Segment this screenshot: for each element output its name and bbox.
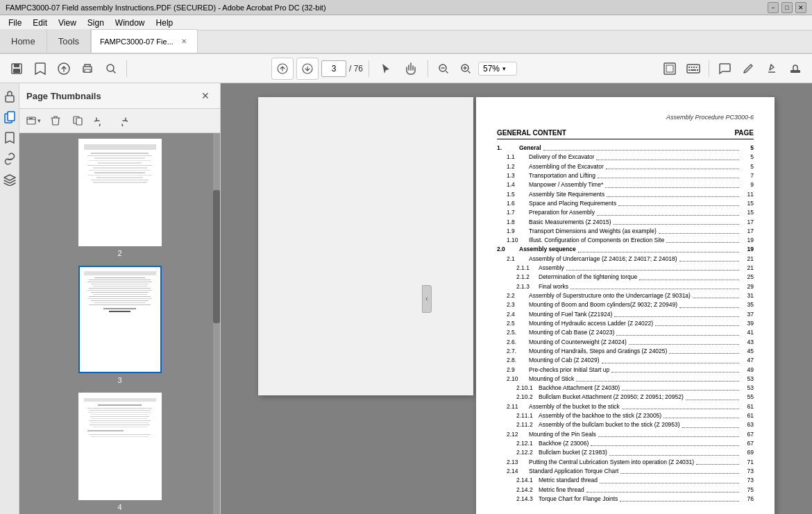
highlight-button[interactable]	[761, 58, 783, 80]
toc-num: 2.6.	[507, 338, 529, 346]
toc-num: 1.9	[507, 227, 529, 235]
nav-down-button[interactable]	[296, 58, 319, 80]
toc-label: Assembly sequence	[519, 245, 576, 253]
svg-rect-21	[790, 70, 800, 73]
toc-page: 39	[741, 319, 754, 327]
tab-tools[interactable]: Tools	[47, 29, 91, 53]
bookmark-side-icon[interactable]	[2, 130, 17, 146]
toolbar-center: / 76 57% ▾	[131, 58, 657, 80]
pdf-page-left	[258, 97, 473, 395]
save-button[interactable]	[6, 58, 28, 80]
menu-bar: File Edit View Sign Window Help	[0, 15, 812, 31]
toc-dots	[611, 372, 739, 372]
toc-row: 2.0Assembly sequence19	[497, 245, 754, 253]
layers-icon[interactable]	[2, 172, 17, 187]
toc-num: 2.12.2	[516, 448, 539, 456]
zoom-in-button[interactable]	[456, 59, 475, 78]
panel-title: Page Thumbnails	[26, 91, 101, 101]
toc-num: 2.11.1	[516, 411, 539, 420]
svg-rect-2	[13, 69, 20, 73]
toc-page: 53	[741, 384, 754, 392]
thumbnail-3[interactable]: 3	[78, 266, 162, 384]
close-window-button[interactable]: ✕	[795, 2, 806, 13]
comment-button[interactable]	[713, 58, 736, 80]
tab-home[interactable]: Home	[0, 29, 47, 53]
toc-label: Assembly	[539, 264, 564, 272]
toc-label: Delivery of the Excavator	[529, 153, 594, 161]
toc-page: 67	[741, 439, 754, 447]
toc-page: 67	[741, 430, 754, 438]
menu-edit[interactable]: Edit	[27, 17, 53, 29]
toc-label: Backhoe Attachment (Z 24030)	[539, 384, 620, 392]
panel-redo-button[interactable]	[112, 112, 132, 130]
zoom-level-display[interactable]: 57% ▾	[478, 62, 517, 76]
toc-num: 1.4	[507, 180, 529, 189]
toc-row: 1.5Assembly Site Requirements11	[497, 190, 754, 198]
upload-button[interactable]	[53, 58, 75, 80]
sidebar-icons	[0, 83, 19, 514]
tab-close-button[interactable]: ✕	[179, 37, 189, 46]
toc-dots	[620, 473, 739, 474]
panel-close-button[interactable]: ✕	[198, 89, 213, 103]
bookmark-button[interactable]	[29, 58, 51, 80]
toc-dots	[602, 363, 739, 363]
tab-document[interactable]: FAMPC3000-07 Fie... ✕	[91, 29, 198, 53]
toc-row: 1.8Basic Measurements (Z 24015)17	[497, 218, 754, 226]
pdf-viewer: Assembly Procedure PC3000-6 GENERAL CONT…	[221, 83, 812, 514]
toc-page: 25	[741, 273, 754, 281]
page-number-input[interactable]	[321, 60, 346, 77]
toc-num: 1.	[497, 144, 519, 152]
toc-label: Bullclam bucket (Z 21983)	[539, 448, 607, 456]
print-button[interactable]	[76, 58, 99, 80]
toc-label: Torque Chart for Flange Joints	[539, 495, 618, 503]
zoom-out-button[interactable]	[434, 59, 453, 78]
panel-delete-button[interactable]	[46, 112, 65, 130]
toc-page: 47	[741, 356, 754, 364]
thumbnail-4[interactable]: 4	[78, 393, 162, 511]
stamp-button[interactable]	[784, 58, 806, 80]
panel-undo-button[interactable]	[90, 112, 110, 130]
toc-row: 2.1Assembly of Undercarriage (Z 24016; Z…	[497, 255, 754, 263]
hand-tool-button[interactable]	[400, 58, 422, 80]
copy-icon[interactable]	[2, 110, 17, 125]
panel-scrollbar[interactable]	[213, 133, 220, 514]
nav-up-button[interactable]	[271, 58, 294, 80]
lock-icon[interactable]	[2, 89, 17, 104]
toc-dots	[598, 436, 739, 437]
fit-page-button[interactable]	[659, 58, 681, 80]
panel-collapse-button[interactable]: ‹	[422, 285, 432, 313]
toc-label: Putting the Central Lubrication System i…	[529, 458, 694, 466]
thumbnail-2[interactable]: 2	[78, 139, 162, 257]
toc-num: 1.3	[507, 171, 529, 180]
search-button[interactable]	[100, 58, 122, 80]
cursor-tool-button[interactable]	[375, 58, 397, 80]
toc-row: 2.2Assembly of Superstructure onto the U…	[497, 291, 754, 300]
separator-1	[126, 60, 127, 77]
menu-view[interactable]: View	[53, 17, 82, 29]
panel-extract-button[interactable]	[68, 112, 87, 130]
menu-window[interactable]: Window	[110, 17, 151, 29]
toc-dots	[598, 178, 739, 178]
menu-help[interactable]: Help	[151, 17, 179, 29]
svg-rect-12	[666, 65, 673, 72]
toc-page: 19	[741, 245, 754, 253]
toolbar-right	[659, 58, 806, 80]
minimize-button[interactable]: −	[768, 2, 779, 13]
toc-page: 9	[741, 180, 754, 189]
panel-scroll-thumb[interactable]	[213, 190, 220, 323]
draw-button[interactable]	[737, 58, 759, 80]
toc-num: 2.3	[507, 300, 529, 309]
tab-doc-label: FAMPC3000-07 Fie...	[100, 37, 174, 46]
panel-content: 2	[19, 133, 220, 514]
maximize-button[interactable]: □	[781, 2, 793, 13]
toc-row: 2.11Assembly of the bucket to the stick6…	[497, 402, 754, 411]
panel-menu-button[interactable]: ▾	[24, 112, 43, 130]
menu-file[interactable]: File	[3, 17, 27, 29]
toc-label: Mounting of Handrails, Steps and Grating…	[529, 347, 667, 355]
toc-page: 15	[741, 199, 754, 207]
link-icon[interactable]	[2, 151, 17, 166]
toc-row: 1.3Transportation and Lifting7	[497, 171, 754, 180]
menu-sign[interactable]: Sign	[82, 17, 110, 29]
keyboard-button[interactable]	[682, 58, 704, 80]
toc-row: 1.2Assembling of the Excavator5	[497, 162, 754, 171]
